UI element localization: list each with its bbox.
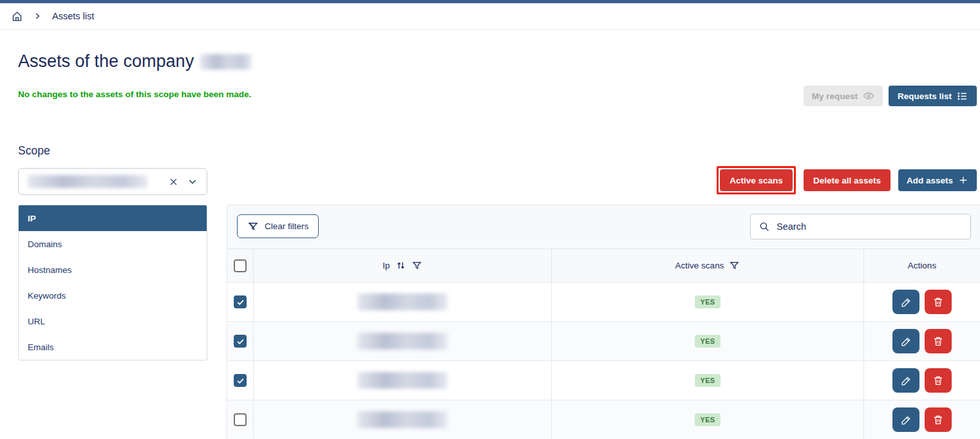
delete-button[interactable] xyxy=(925,290,952,314)
edit-button[interactable] xyxy=(892,407,919,432)
sidebar-item-ip[interactable]: IP xyxy=(19,205,207,231)
status-badge: YES xyxy=(695,335,721,348)
company-name-redacted xyxy=(200,54,252,70)
ip-value-redacted xyxy=(357,294,448,310)
search-input[interactable] xyxy=(777,221,963,232)
table-action-buttons: Active scans Delete all assets Add asset… xyxy=(717,166,977,194)
select-all-checkbox[interactable] xyxy=(234,259,247,272)
scope-value-redacted xyxy=(28,175,147,188)
status-badge: YES xyxy=(695,413,721,426)
ip-cell xyxy=(253,361,551,400)
edit-button[interactable] xyxy=(892,368,919,393)
ip-cell xyxy=(253,322,551,360)
asset-type-tabs: IP Domains Hostnames Keywords URL Emails xyxy=(18,205,207,360)
add-assets-label: Add assets xyxy=(907,176,953,185)
active-scans-label: Active scans xyxy=(730,176,783,185)
ip-value-redacted xyxy=(357,333,448,350)
filter-icon[interactable] xyxy=(729,260,740,271)
clear-filters-button[interactable]: Clear filters xyxy=(237,214,319,238)
page-title-text: Assets of the company xyxy=(18,51,194,71)
requests-list-label: Requests list xyxy=(898,91,952,101)
clear-filters-label: Clear filters xyxy=(265,221,308,231)
my-request-button[interactable]: My request xyxy=(804,86,883,106)
row-checkbox-cell xyxy=(227,361,253,400)
search-box xyxy=(750,214,971,239)
row-checkbox-cell xyxy=(227,283,253,321)
delete-button[interactable] xyxy=(925,329,952,353)
ip-value-redacted xyxy=(357,372,448,389)
delete-all-assets-button[interactable]: Delete all assets xyxy=(804,169,890,191)
actions-cell xyxy=(863,400,980,439)
edit-button[interactable] xyxy=(892,290,919,314)
sidebar-item-url[interactable]: URL xyxy=(19,308,207,334)
delete-all-label: Delete all assets xyxy=(813,176,881,185)
breadcrumb: Assets list xyxy=(0,3,980,30)
status-message: No changes to the assets of this scope h… xyxy=(18,89,251,99)
scope-select[interactable] xyxy=(18,168,207,195)
eye-icon xyxy=(863,90,874,102)
row-checkbox[interactable] xyxy=(234,295,247,308)
actions-cell xyxy=(863,361,980,400)
active-scans-column-label: Active scans xyxy=(675,261,724,270)
page-title: Assets of the company xyxy=(18,51,252,71)
ip-value-redacted xyxy=(357,411,448,428)
delete-button[interactable] xyxy=(925,368,952,393)
my-request-label: My request xyxy=(812,91,858,101)
ip-cell xyxy=(253,283,551,321)
row-checkbox-cell xyxy=(227,322,253,360)
table-row: YES xyxy=(227,360,980,400)
ip-cell xyxy=(253,400,551,439)
requests-list-button[interactable]: Requests list xyxy=(889,86,977,106)
header-select-all-cell xyxy=(227,249,253,282)
table-row: YES xyxy=(227,282,980,321)
active-scans-cell: YES xyxy=(551,361,863,400)
header-buttons: My request Requests list xyxy=(804,86,977,106)
breadcrumb-separator-icon xyxy=(33,12,41,20)
table-toolbar: Clear filters xyxy=(227,205,980,248)
row-checkbox[interactable] xyxy=(234,413,247,426)
actions-cell xyxy=(863,322,980,360)
column-header-ip: Ip xyxy=(253,249,551,282)
sidebar-item-emails[interactable]: Emails xyxy=(19,334,207,360)
ip-column-label: Ip xyxy=(382,261,390,270)
actions-cell xyxy=(863,283,980,321)
home-icon[interactable] xyxy=(12,11,23,22)
filter-clear-icon xyxy=(247,221,259,232)
status-badge: YES xyxy=(695,374,721,387)
table-header-row: Ip Active scans Actions xyxy=(227,248,980,282)
edit-button[interactable] xyxy=(892,329,919,353)
active-scans-cell: YES xyxy=(551,283,863,321)
assets-table-panel: Clear filters Ip xyxy=(227,205,980,439)
actions-column-label: Actions xyxy=(908,261,936,270)
sort-icon[interactable] xyxy=(395,260,406,271)
active-scans-cell: YES xyxy=(551,400,863,439)
table-row: YES xyxy=(227,400,980,439)
clear-x-icon[interactable] xyxy=(169,177,178,187)
scope-heading: Scope xyxy=(18,144,50,158)
column-header-actions: Actions xyxy=(863,249,980,282)
row-checkbox[interactable] xyxy=(234,335,247,348)
active-scans-cell: YES xyxy=(551,322,863,360)
filter-icon[interactable] xyxy=(411,260,422,271)
sidebar-item-domains[interactable]: Domains xyxy=(19,231,207,257)
sidebar-item-keywords[interactable]: Keywords xyxy=(19,283,207,308)
breadcrumb-current[interactable]: Assets list xyxy=(52,11,94,21)
active-scans-highlight-box: Active scans xyxy=(717,166,796,194)
list-icon xyxy=(957,91,968,102)
add-assets-button[interactable]: Add assets xyxy=(898,169,977,191)
plus-icon xyxy=(958,175,968,185)
active-scans-button[interactable]: Active scans xyxy=(720,169,793,191)
row-checkbox[interactable] xyxy=(234,374,247,387)
table-row: YES xyxy=(227,321,980,360)
sidebar-item-hostnames[interactable]: Hostnames xyxy=(19,257,207,283)
status-badge: YES xyxy=(695,295,721,308)
search-icon xyxy=(759,221,770,232)
row-checkbox-cell xyxy=(227,400,253,439)
column-header-active-scans: Active scans xyxy=(551,249,863,282)
delete-button[interactable] xyxy=(925,407,952,432)
chevron-down-icon[interactable] xyxy=(187,176,198,187)
